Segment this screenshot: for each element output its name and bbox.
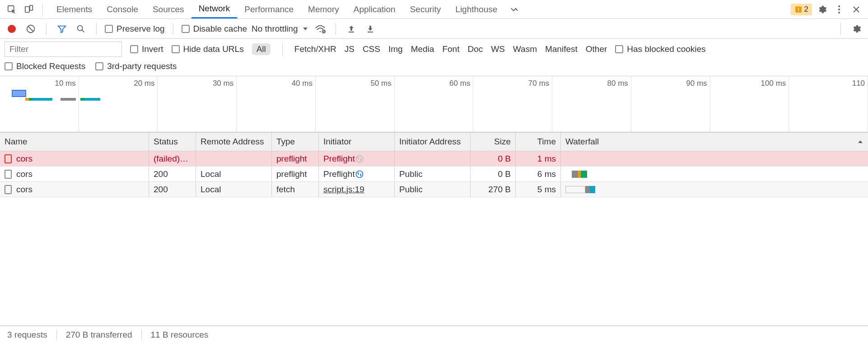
file-icon	[5, 154, 12, 163]
timeline-band	[12, 98, 100, 101]
file-icon	[5, 185, 12, 194]
col-size[interactable]: Size	[471, 133, 516, 151]
checkbox-icon	[5, 62, 13, 70]
cell-size: 0 B	[471, 167, 516, 181]
tab-application[interactable]: Application	[346, 0, 403, 19]
type-filter-js[interactable]: JS	[345, 44, 355, 54]
svg-rect-2	[30, 5, 33, 10]
type-filter-media[interactable]: Media	[411, 44, 434, 54]
tab-console[interactable]: Console	[99, 0, 145, 19]
tab-lighthouse[interactable]: Lighthouse	[448, 0, 504, 19]
cell-initiator-address	[395, 151, 471, 166]
svg-rect-13	[349, 32, 354, 32]
table-header: Name Status Remote Address Type Initiato…	[0, 132, 868, 151]
third-party-option[interactable]: 3rd-party requests	[95, 61, 177, 71]
col-remote[interactable]: Remote Address	[196, 133, 272, 151]
cell-initiator-address: Public	[395, 167, 471, 181]
timeline-tick: 10 ms	[55, 79, 75, 88]
tab-security[interactable]: Security	[403, 0, 448, 19]
device-toggle-icon[interactable]	[22, 2, 36, 17]
cell-time: 6 ms	[516, 167, 561, 181]
request-name: cors	[16, 169, 33, 179]
type-filter-all[interactable]: All	[252, 43, 271, 55]
hide-data-urls-option[interactable]: Hide data URLs	[172, 44, 244, 54]
type-filter-img[interactable]: Img	[388, 44, 403, 54]
type-filter-manifest[interactable]: Manifest	[545, 44, 578, 54]
invert-option[interactable]: Invert	[130, 44, 163, 54]
col-type[interactable]: Type	[272, 133, 319, 151]
timeline-tick: 50 ms	[370, 79, 391, 88]
upload-har-icon[interactable]	[344, 22, 359, 36]
type-filter-ws[interactable]: WS	[491, 44, 505, 54]
col-status[interactable]: Status	[149, 133, 196, 151]
cell-status: 200	[149, 167, 196, 181]
checkbox-icon	[182, 25, 190, 33]
requests-table: Name Status Remote Address Type Initiato…	[0, 132, 868, 326]
overview-timeline[interactable]: 10 ms20 ms30 ms40 ms50 ms60 ms70 ms80 ms…	[0, 76, 868, 132]
tab-memory[interactable]: Memory	[301, 0, 346, 19]
cell-initiator[interactable]: script.js:19	[319, 182, 395, 197]
col-initiator-address[interactable]: Initiator Address	[395, 133, 471, 151]
waterfall-bar	[565, 171, 587, 178]
col-waterfall[interactable]: Waterfall	[561, 133, 868, 151]
type-filter-fetchxhr[interactable]: Fetch/XHR	[294, 44, 336, 54]
checkbox-icon	[615, 45, 623, 53]
type-filter-css[interactable]: CSS	[363, 44, 380, 54]
status-resources: 11 B resources	[151, 330, 209, 340]
svg-point-6	[838, 5, 840, 7]
file-icon	[5, 170, 12, 179]
timeline-tick: 30 ms	[213, 79, 233, 88]
more-tabs-icon[interactable]	[507, 2, 522, 17]
tab-performance[interactable]: Performance	[237, 0, 301, 19]
timeline-selection[interactable]	[12, 90, 26, 97]
record-button[interactable]	[5, 22, 19, 36]
tab-sources[interactable]: Sources	[145, 0, 191, 19]
type-filter-font[interactable]: Font	[442, 44, 459, 54]
cell-time: 5 ms	[516, 182, 561, 197]
timeline-tick: 110	[852, 79, 865, 88]
issues-badge[interactable]: 2	[791, 4, 812, 15]
download-har-icon[interactable]	[363, 22, 378, 36]
cell-initiator[interactable]: Preflight	[319, 167, 395, 181]
cell-type: preflight	[272, 151, 319, 166]
filter-icon[interactable]	[55, 22, 69, 36]
clear-button[interactable]	[23, 22, 38, 36]
table-row[interactable]: cors200LocalpreflightPreflight Public0 B…	[0, 167, 868, 182]
waterfall-bar	[565, 186, 595, 193]
close-devtools-icon[interactable]	[849, 2, 863, 17]
type-filter-other[interactable]: Other	[586, 44, 607, 54]
svg-rect-5	[798, 11, 799, 12]
svg-point-8	[838, 12, 840, 14]
cell-initiator[interactable]: Preflight	[319, 151, 395, 166]
col-time[interactable]: Time	[516, 133, 561, 151]
table-row[interactable]: cors(failed)…preflightPreflight 0 B1 ms	[0, 151, 868, 167]
disable-cache-option[interactable]: Disable cache	[182, 24, 247, 34]
cell-waterfall	[561, 182, 868, 197]
tab-network[interactable]: Network	[191, 0, 238, 19]
type-filter-doc[interactable]: Doc	[467, 44, 483, 54]
settings-icon[interactable]	[815, 2, 829, 17]
col-name[interactable]: Name	[0, 133, 149, 151]
col-initiator[interactable]: Initiator	[319, 133, 395, 151]
cell-remote	[196, 151, 272, 166]
cell-remote: Local	[196, 182, 272, 197]
has-blocked-cookies-option[interactable]: Has blocked cookies	[615, 44, 705, 54]
throttling-select[interactable]: No throttling	[252, 24, 308, 34]
sort-asc-icon	[857, 139, 863, 145]
search-icon[interactable]	[74, 22, 88, 36]
timeline-tick: 20 ms	[134, 79, 154, 88]
network-settings-icon[interactable]	[849, 22, 863, 36]
svg-rect-14	[368, 32, 373, 32]
timeline-tick: 60 ms	[449, 79, 470, 88]
filter-input[interactable]	[5, 42, 122, 57]
svg-point-16	[356, 171, 363, 177]
preserve-log-option[interactable]: Preserve log	[105, 24, 165, 34]
timeline-tick: 100 ms	[761, 79, 786, 88]
type-filter-wasm[interactable]: Wasm	[513, 44, 537, 54]
tab-elements[interactable]: Elements	[49, 0, 99, 19]
table-row[interactable]: cors200Localfetchscript.js:19 Public270 …	[0, 182, 868, 197]
blocked-requests-option[interactable]: Blocked Requests	[5, 61, 85, 71]
network-conditions-icon[interactable]	[313, 22, 327, 36]
inspect-element-icon[interactable]	[5, 2, 19, 17]
kebab-menu-icon[interactable]	[832, 2, 846, 17]
